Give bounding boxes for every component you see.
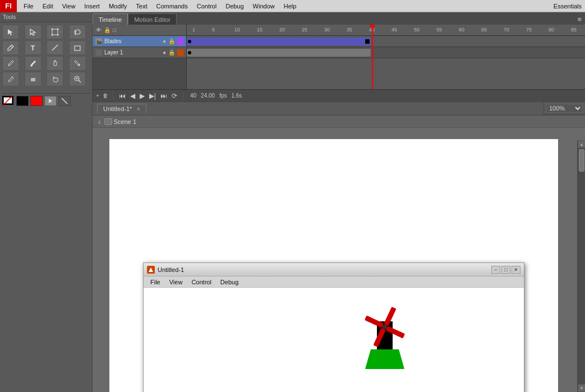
menu-file[interactable]: File: [19, 2, 38, 11]
brush-tool[interactable]: [25, 56, 42, 71]
line-tool[interactable]: [47, 40, 63, 55]
dialog-menu-view[interactable]: View: [165, 278, 187, 287]
add-layer-btn[interactable]: +: [96, 93, 99, 99]
tools-options: [0, 89, 92, 108]
loop-btn[interactable]: ⟳: [171, 92, 178, 100]
select-tool[interactable]: [2, 25, 19, 39]
dialog-menu-debug[interactable]: Debug: [216, 278, 243, 287]
dialog-menu-control[interactable]: Control: [187, 278, 215, 287]
menu-commands[interactable]: Commands: [151, 2, 192, 11]
blades-frame-bar: [187, 38, 371, 45]
svg-line-6: [11, 46, 12, 48]
layer-lock-layer1[interactable]: 🔒: [168, 49, 175, 56]
free-transform-tool[interactable]: [47, 25, 63, 39]
scrollbar-up-btn[interactable]: ▲: [578, 140, 585, 148]
ink-bottle-tool[interactable]: [47, 56, 63, 71]
zoom-select[interactable]: 25% 50% 75% 100% 150% 200%: [546, 104, 583, 113]
preview-dialog: Untitled-1 – □ ✕ File View Control Debug: [143, 262, 524, 392]
ruler-mark-75: 75: [526, 27, 532, 33]
main-layout: Tools T: [0, 12, 585, 392]
timeline-layers: 👁 🔒 □ 🎬 Blades ● 🔒 L: [93, 25, 187, 89]
frame-counter: 40: [190, 93, 196, 99]
subselect-tool[interactable]: [25, 25, 42, 39]
layer-lock-blades[interactable]: 🔒: [168, 38, 175, 44]
dialog-stage: [144, 288, 524, 392]
paint-bucket-tool[interactable]: [69, 56, 86, 71]
goto-end-btn[interactable]: ⏭: [159, 92, 168, 100]
svg-rect-0: [52, 29, 58, 35]
menu-control[interactable]: Control: [192, 2, 221, 11]
windmill-preview-svg: [357, 305, 413, 372]
fl-logo: Fl: [0, 0, 17, 12]
essentials-button[interactable]: Essentials: [554, 3, 582, 10]
stroke-color-box[interactable]: [16, 96, 29, 106]
layer-icon-blades: 🎬: [95, 38, 103, 45]
zoom-tool[interactable]: [69, 72, 86, 86]
menu-edit[interactable]: Edit: [38, 2, 58, 11]
svg-point-4: [57, 34, 59, 36]
layer-vis-blades[interactable]: ●: [163, 38, 166, 44]
menu-modify[interactable]: Modify: [104, 2, 131, 11]
layer-vis-layer1[interactable]: ●: [163, 49, 166, 56]
menu-text[interactable]: Text: [131, 2, 151, 11]
dialog-titlebar[interactable]: Untitled-1 – □ ✕: [144, 263, 524, 276]
step-back-btn[interactable]: ◀: [129, 92, 136, 100]
dialog-maximize-btn[interactable]: □: [501, 266, 510, 274]
text-tool[interactable]: T: [25, 40, 42, 55]
scrollbar-down-btn[interactable]: ▼: [578, 384, 585, 392]
eraser-tool[interactable]: [25, 72, 42, 86]
menu-insert[interactable]: Insert: [80, 2, 104, 11]
menu-debug[interactable]: Debug: [221, 2, 248, 11]
menu-view[interactable]: View: [58, 2, 80, 11]
svg-point-10: [30, 65, 33, 67]
timeline-frames[interactable]: 1 5 10 15 20 25 30 35 40 45 50 55 60 65: [187, 25, 585, 89]
fps-display: 24.00: [201, 93, 215, 99]
zoom-control: 25% 50% 75% 100% 150% 200%: [543, 102, 585, 114]
canvas-tab-untitled[interactable]: Untitled-1* ×: [97, 104, 146, 113]
color-row: [2, 96, 90, 106]
layer-row-blades[interactable]: 🎬 Blades ● 🔒: [93, 36, 186, 47]
trash-btn[interactable]: 🗑: [103, 93, 108, 99]
menu-window[interactable]: Window: [248, 2, 279, 11]
timeline-content: 👁 🔒 □ 🎬 Blades ● 🔒 L: [93, 25, 585, 89]
breadcrumb-scene-label[interactable]: Scene 1: [114, 118, 136, 125]
ruler-mark-45: 45: [391, 27, 397, 33]
lasso-tool[interactable]: [69, 25, 86, 39]
timeline-panel-close[interactable]: ≡: [574, 13, 585, 25]
hand-tool[interactable]: [47, 72, 63, 86]
pencil-tool[interactable]: [2, 56, 19, 71]
canvas-tab-label: Untitled-1*: [103, 105, 132, 112]
step-fwd-btn[interactable]: ▶|: [148, 92, 157, 100]
eyedropper-tool[interactable]: [2, 72, 19, 86]
swap-colors-btn[interactable]: [44, 96, 57, 106]
fill-color-box[interactable]: [30, 96, 43, 106]
dialog-close-btn[interactable]: ✕: [512, 266, 520, 274]
pen-tool[interactable]: [2, 40, 19, 55]
lock-icon: 🔒: [104, 27, 110, 33]
rect-tool[interactable]: [69, 40, 86, 55]
play-btn[interactable]: ▶: [139, 92, 146, 100]
goto-start-btn[interactable]: ⏮: [118, 92, 127, 100]
canvas-tab-close[interactable]: ×: [136, 105, 140, 112]
tools-grid: T: [0, 22, 92, 89]
layer-name-blades: Blades: [104, 38, 162, 44]
right-scrollbar[interactable]: ▲ ▼: [577, 140, 585, 392]
dialog-title: Untitled-1: [158, 266, 491, 273]
tab-motion-editor[interactable]: Motion Editor: [128, 13, 177, 25]
dialog-menu-file[interactable]: File: [146, 278, 165, 287]
timeline-panel: Timeline Motion Editor ≡ 👁 🔒 □ 🎬 Blades: [93, 12, 585, 102]
ruler-mark-55: 55: [436, 27, 442, 33]
breadcrumb-back-btn[interactable]: ‹: [98, 117, 101, 126]
layer-row-layer1[interactable]: Layer 1 ● 🔒: [93, 47, 186, 58]
dialog-icon: [147, 266, 155, 274]
tab-timeline[interactable]: Timeline: [93, 13, 128, 25]
menu-help[interactable]: Help: [279, 2, 301, 11]
ruler-mark-20: 20: [279, 27, 285, 33]
no-color-btn[interactable]: [58, 96, 71, 106]
ruler-mark-65: 65: [481, 27, 487, 33]
dialog-minimize-btn[interactable]: –: [491, 266, 500, 274]
scrollbar-thumb[interactable]: [579, 149, 584, 172]
timeline-ruler: 1 5 10 15 20 25 30 35 40 45 50 55 60 65: [187, 25, 585, 36]
main-canvas-container: ▲ ▼ Untitled-1 – □ ✕: [93, 128, 585, 392]
playhead[interactable]: [372, 25, 373, 89]
